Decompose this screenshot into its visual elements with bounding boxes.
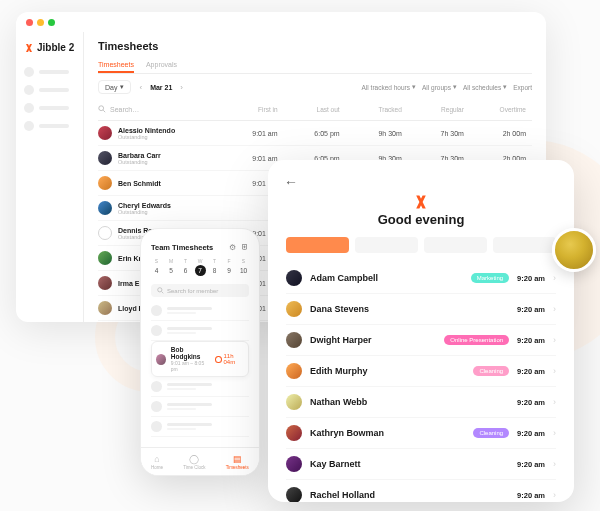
search-icon [157, 287, 164, 294]
featured-member[interactable]: Bob Hodgkins 9:01 am – 8:05 pm 11h 04m [151, 341, 249, 377]
avatar [98, 251, 112, 265]
nav-home[interactable]: ⌂Home [151, 454, 163, 470]
avatar [286, 332, 302, 348]
avatar [286, 394, 302, 410]
max-dot[interactable] [48, 19, 55, 26]
member-row[interactable]: Nathan Webb 9:20 am› [286, 387, 556, 418]
list-item[interactable] [151, 301, 249, 321]
sidebar-item[interactable] [24, 63, 75, 81]
member-row[interactable]: Kathryn BowmanCleaning 9:20 am› [286, 418, 556, 449]
brand-logo: Jibble 2 [24, 40, 75, 63]
sidebar-item[interactable] [24, 99, 75, 117]
close-dot[interactable] [26, 19, 33, 26]
calendar-day[interactable]: S4 [151, 258, 162, 276]
phone-search[interactable]: Search for member [151, 284, 249, 297]
member-row[interactable]: Dwight HarperOnline Presentation 9:20 am… [286, 325, 556, 356]
avatar [98, 126, 112, 140]
chevron-right-icon: › [553, 366, 556, 376]
prev-day[interactable]: ‹ [137, 83, 144, 92]
nav-timesheets[interactable]: ▤Timesheets [226, 454, 249, 470]
brand-icon [268, 194, 574, 210]
avatar [98, 201, 112, 215]
greeting: Good evening [268, 212, 574, 227]
tabs: Timesheets Approvals [98, 58, 532, 74]
svg-line-1 [103, 110, 105, 112]
tab-approvals[interactable]: Approvals [146, 58, 177, 73]
activity-badge: Cleaning [473, 366, 509, 376]
avatar [286, 363, 302, 379]
activity-badge: Online Presentation [444, 335, 509, 345]
member-row[interactable]: Kay Barnett 9:20 am› [286, 449, 556, 480]
tab-timesheets[interactable]: Timesheets [98, 58, 134, 73]
list-item[interactable] [151, 417, 249, 437]
nav-timeclock[interactable]: ◯Time Clock [183, 454, 205, 470]
avatar [286, 456, 302, 472]
member-row[interactable]: Edith MurphyCleaning 9:20 am› [286, 356, 556, 387]
chevron-right-icon: › [553, 459, 556, 469]
calendar-day[interactable]: W7 [195, 258, 206, 276]
avatar [98, 276, 112, 290]
next-day[interactable]: › [178, 83, 185, 92]
chevron-right-icon: › [553, 490, 556, 500]
date-label: Mar 21 [150, 84, 172, 91]
duration-label: 11h 04m [215, 353, 244, 365]
filter-icon[interactable]: ⚙ [229, 243, 236, 252]
filter-groups[interactable]: All groups▾ [422, 83, 457, 91]
sidebar: Jibble 2 [16, 32, 84, 322]
sidebar-item[interactable] [24, 81, 75, 99]
phone-bottom-nav: ⌂Home ◯Time Clock ▤Timesheets [141, 447, 259, 475]
min-dot[interactable] [37, 19, 44, 26]
seg-btn[interactable] [355, 237, 418, 253]
avatar [98, 151, 112, 165]
svg-point-2 [158, 288, 162, 292]
floating-avatar [552, 228, 596, 272]
seg-btn[interactable] [424, 237, 487, 253]
shield-icon[interactable]: ⛨ [241, 243, 249, 252]
activity-badge: Marketing [471, 273, 509, 283]
table-row[interactable]: Alessio NintendoOutstanding 9:01 am6:05 … [98, 121, 532, 146]
calendar-strip: S4M5T6W7T8F9S10 [141, 256, 259, 280]
member-row[interactable]: Adam CampbellMarketing 9:20 am› [286, 263, 556, 294]
avatar [286, 487, 302, 502]
svg-line-3 [162, 292, 164, 294]
list-item[interactable] [151, 321, 249, 341]
phone-title: Team Timesheets [151, 243, 213, 252]
avatar [98, 176, 112, 190]
activity-badge: Cleaning [473, 428, 509, 438]
chevron-right-icon: › [553, 304, 556, 314]
avatar [98, 301, 112, 315]
search-input[interactable]: Search… [98, 101, 221, 117]
avatar [98, 226, 112, 240]
list-item[interactable] [151, 377, 249, 397]
chevron-right-icon: › [553, 397, 556, 407]
sidebar-item[interactable] [24, 117, 75, 135]
filter-schedules[interactable]: All schedules▾ [463, 83, 507, 91]
calendar-day[interactable]: T8 [209, 258, 220, 276]
seg-btn[interactable] [286, 237, 349, 253]
chevron-right-icon: › [553, 273, 556, 283]
member-row[interactable]: Dana Stevens 9:20 am› [286, 294, 556, 325]
avatar [286, 270, 302, 286]
back-button[interactable]: ← [284, 174, 298, 190]
avatar [286, 425, 302, 441]
page-title: Timesheets [98, 40, 532, 52]
seg-btn[interactable] [493, 237, 556, 253]
phone-frame: Team Timesheets ⚙ ⛨ S4M5T6W7T8F9S10 Sear… [140, 228, 260, 476]
export-button[interactable]: Export [513, 84, 532, 91]
tablet-frame: ← Good evening Adam CampbellMarketing 9:… [268, 160, 574, 502]
calendar-day[interactable]: M5 [166, 258, 177, 276]
period-select[interactable]: Day▾ [98, 80, 131, 94]
segment-control [268, 237, 574, 253]
filter-hours[interactable]: All tracked hours▾ [362, 83, 416, 91]
search-icon [98, 105, 106, 113]
calendar-day[interactable]: T6 [180, 258, 191, 276]
avatar [286, 301, 302, 317]
chevron-right-icon: › [553, 428, 556, 438]
mac-titlebar [16, 12, 546, 32]
calendar-day[interactable]: S10 [238, 258, 249, 276]
calendar-day[interactable]: F9 [224, 258, 235, 276]
member-row[interactable]: Rachel Holland 9:20 am› [286, 480, 556, 502]
svg-point-0 [99, 106, 104, 111]
chevron-right-icon: › [553, 335, 556, 345]
list-item[interactable] [151, 397, 249, 417]
